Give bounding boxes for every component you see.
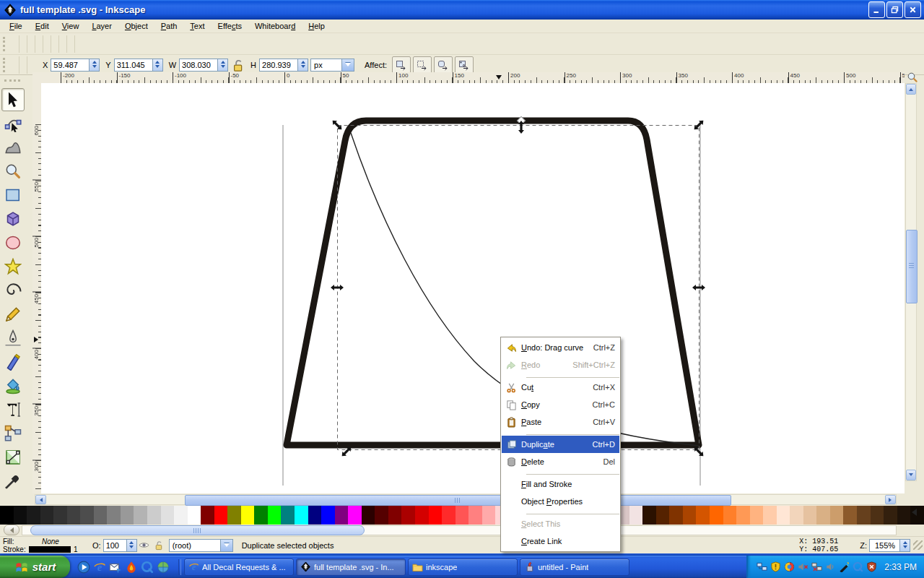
palette-swatch[interactable] xyxy=(456,506,469,525)
toolbox-grip[interactable] xyxy=(4,79,20,84)
palette-swatch[interactable] xyxy=(388,506,402,525)
tool-button[interactable] xyxy=(1,136,25,159)
context-menu-item[interactable]: Create Link xyxy=(502,532,619,550)
width-input[interactable]: 308.030 xyxy=(179,59,217,72)
window-control-button[interactable] xyxy=(905,1,921,18)
palette-swatch[interactable] xyxy=(482,506,496,525)
palette-swatch[interactable] xyxy=(375,506,388,525)
menu-item[interactable]: Text xyxy=(183,20,211,32)
palette-swatch[interactable] xyxy=(710,506,723,525)
tool-button[interactable] xyxy=(1,160,25,183)
tray-icon[interactable] xyxy=(853,561,863,572)
palette-swatch[interactable] xyxy=(0,506,14,525)
layer-select[interactable]: (root) xyxy=(169,539,233,552)
palette-swatch[interactable] xyxy=(790,506,803,525)
palette-swatch[interactable] xyxy=(27,506,40,525)
palette-swatch[interactable] xyxy=(816,506,830,525)
task-window-button[interactable]: e All Decal Requests & ... xyxy=(184,558,294,576)
tray-icon[interactable] xyxy=(798,561,808,572)
tool-button[interactable] xyxy=(1,231,25,254)
context-menu-item[interactable] xyxy=(502,510,619,515)
affect-toggle-button[interactable] xyxy=(392,56,411,74)
tool-button[interactable] xyxy=(1,88,25,111)
palette-swatch[interactable] xyxy=(401,506,415,525)
horizontal-scroll-thumb[interactable] xyxy=(185,495,731,506)
toolbar-grip[interactable] xyxy=(3,58,7,72)
task-window-button[interactable]: inkscape xyxy=(408,558,518,576)
palette-swatch[interactable] xyxy=(147,506,161,525)
vertical-scroll-thumb[interactable] xyxy=(906,230,918,303)
context-menu-item[interactable]: Copy Ctrl+C xyxy=(502,396,619,413)
layer-visibility-toggle[interactable] xyxy=(137,538,152,553)
tool-button[interactable] xyxy=(1,279,25,302)
palette-prev-icon[interactable] xyxy=(908,509,917,516)
tool-button[interactable] xyxy=(1,374,25,397)
x-spinner[interactable] xyxy=(89,59,100,72)
palette-swatch[interactable] xyxy=(335,506,349,525)
opacity-input[interactable]: 100 xyxy=(103,539,126,552)
palette-swatch[interactable] xyxy=(830,506,844,525)
width-spinner[interactable] xyxy=(217,59,228,72)
palette-swatch[interactable] xyxy=(121,506,134,525)
scroll-down-button[interactable] xyxy=(906,470,916,480)
scroll-left-button[interactable] xyxy=(35,495,46,504)
palette-swatch[interactable] xyxy=(415,506,429,525)
layer-dropdown-arrow[interactable] xyxy=(220,539,233,552)
tool-button[interactable] xyxy=(1,112,25,135)
palette-swatch[interactable] xyxy=(642,506,656,525)
palette-swatch[interactable] xyxy=(254,506,268,525)
y-spinner[interactable] xyxy=(152,59,163,72)
lock-ratio-button[interactable] xyxy=(230,58,245,72)
unit-dropdown-arrow[interactable] xyxy=(341,59,354,72)
menu-item[interactable]: View xyxy=(56,20,86,32)
palette-swatch[interactable] xyxy=(281,506,295,525)
palette-swatch[interactable] xyxy=(295,506,308,525)
tray-icon[interactable] xyxy=(866,561,877,572)
menu-item[interactable]: Effects xyxy=(212,20,248,32)
context-menu-item[interactable]: Fill and Stroke xyxy=(502,475,619,493)
tray-icon[interactable] xyxy=(784,561,795,572)
quick-launch-icon[interactable] xyxy=(157,561,170,574)
palette-swatch[interactable] xyxy=(429,506,443,525)
palette-swatch[interactable] xyxy=(40,506,54,525)
height-spinner[interactable] xyxy=(297,59,308,72)
affect-toggle-button[interactable] xyxy=(455,56,474,74)
palette-swatch[interactable] xyxy=(227,506,241,525)
context-menu-item[interactable]: Cut Ctrl+X xyxy=(502,379,619,396)
y-input[interactable]: 311.045 xyxy=(114,59,152,72)
window-control-button[interactable] xyxy=(868,1,885,18)
menu-item[interactable]: Object xyxy=(118,20,154,32)
tool-button[interactable] xyxy=(1,303,25,326)
palette-swatch[interactable] xyxy=(14,506,27,525)
zoom-input[interactable]: 155% xyxy=(869,539,899,552)
palette-swatch[interactable] xyxy=(736,506,750,525)
palette-swatch[interactable] xyxy=(777,506,790,525)
quick-launch-icon[interactable] xyxy=(109,561,122,574)
task-window-button[interactable]: untitled - Paint xyxy=(520,558,629,576)
scroll-right-button[interactable] xyxy=(885,495,896,504)
palette-swatch[interactable] xyxy=(241,506,255,525)
palette-swatch[interactable] xyxy=(188,506,201,525)
tray-icon[interactable] xyxy=(757,561,767,572)
palette-swatch[interactable] xyxy=(723,506,737,525)
opacity-spinner[interactable] xyxy=(126,539,137,552)
palette-swatch[interactable] xyxy=(107,506,121,525)
toolbar-grip[interactable] xyxy=(3,37,7,51)
layer-lock-toggle[interactable] xyxy=(152,538,166,553)
quick-launch-icon[interactable] xyxy=(141,561,154,574)
palette-swatch[interactable] xyxy=(629,506,643,525)
context-menu-item[interactable]: Paste Ctrl+V xyxy=(502,413,619,431)
palette-swatch[interactable] xyxy=(442,506,456,525)
task-window-button[interactable]: full template .svg - In... xyxy=(296,558,406,576)
affect-toggle-button[interactable] xyxy=(413,56,432,74)
palette-swatch[interactable] xyxy=(656,506,670,525)
palette-swatch[interactable] xyxy=(134,506,147,525)
x-input[interactable]: 59.487 xyxy=(51,59,89,72)
window-resize-grip[interactable] xyxy=(913,540,923,550)
scroll-up-button[interactable] xyxy=(906,84,916,95)
palette-swatch[interactable] xyxy=(80,506,94,525)
unit-select[interactable]: px xyxy=(310,59,354,72)
zoom-spinner[interactable] xyxy=(899,539,910,552)
tool-button[interactable] xyxy=(1,398,25,421)
menu-item[interactable]: Layer xyxy=(85,20,118,32)
